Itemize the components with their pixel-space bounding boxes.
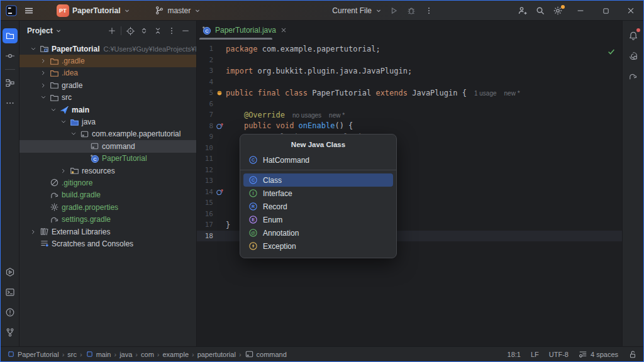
tree-item-settings-gradle[interactable]: settings.gradle bbox=[19, 213, 196, 225]
tree-item-command[interactable]: command bbox=[19, 140, 196, 152]
tree-toggle-icon[interactable] bbox=[48, 106, 58, 114]
more-run-options-button[interactable] bbox=[420, 2, 438, 19]
tool-services-button[interactable] bbox=[3, 265, 18, 280]
override-gutter-icon[interactable] bbox=[216, 188, 224, 196]
debug-button[interactable] bbox=[402, 2, 420, 19]
project-panel-title[interactable]: Project bbox=[27, 26, 53, 35]
new-java-class-popup: New Java Class CHatCommand CClass IInter… bbox=[240, 134, 397, 258]
tree-toggle-icon[interactable] bbox=[58, 167, 69, 175]
tree-toggle-icon[interactable] bbox=[38, 82, 48, 89]
unlock-icon[interactable] bbox=[628, 350, 637, 359]
caret-position-widget[interactable]: 18:1 bbox=[508, 351, 521, 358]
tool-gradle-button[interactable] bbox=[625, 68, 641, 84]
vcs-branch-button[interactable]: master bbox=[152, 2, 204, 19]
tree-item--gitignore[interactable]: .gitignore bbox=[19, 177, 196, 189]
code-line-5: 5 public final class PaperTutorial exten… bbox=[197, 87, 623, 99]
tree-item-papertutorial[interactable]: PaperTutorialC:¥Users¥Guy¥IdeaProjects¥P… bbox=[19, 43, 196, 55]
tree-toggle-icon[interactable] bbox=[69, 130, 79, 138]
tree-toggle-icon[interactable] bbox=[38, 57, 48, 65]
breadcrumb-src[interactable]: src bbox=[67, 351, 77, 358]
tool-structure-button[interactable] bbox=[3, 75, 18, 90]
tree-toggle-icon[interactable] bbox=[38, 94, 48, 101]
popup-item-exception[interactable]: Exception bbox=[243, 239, 393, 253]
tool-problems-button[interactable] bbox=[3, 305, 18, 320]
breadcrumb-papertutorial[interactable]: papertutorial bbox=[197, 351, 236, 358]
tree-item-main[interactable]: main bbox=[19, 104, 196, 116]
tool-notifications-button[interactable] bbox=[625, 28, 641, 44]
encoding-widget[interactable]: UTF-8 bbox=[549, 351, 569, 358]
tool-git-button[interactable] bbox=[3, 325, 18, 340]
line-separator-widget[interactable]: LF bbox=[531, 351, 539, 358]
popup-item-class[interactable]: CClass bbox=[243, 173, 393, 187]
settings-button[interactable] bbox=[549, 2, 567, 19]
tree-item-com-example-papertutorial[interactable]: com.example.papertutorial bbox=[19, 128, 196, 140]
close-button[interactable] bbox=[618, 1, 643, 21]
run-configuration-selector[interactable]: Current File bbox=[330, 2, 385, 19]
tree-item-scratches-and-consoles[interactable]: Scratches and Consoles bbox=[19, 238, 196, 250]
code-with-me-button[interactable] bbox=[514, 2, 531, 19]
locate-file-button[interactable] bbox=[123, 24, 137, 38]
tree-item-java[interactable]: java bbox=[19, 116, 196, 128]
window-controls bbox=[568, 1, 643, 21]
tab-close-icon[interactable] bbox=[280, 26, 287, 34]
add-user-icon bbox=[518, 6, 528, 16]
tree-item-src[interactable]: src bbox=[19, 92, 196, 104]
tree-item-resources[interactable]: resources bbox=[19, 165, 196, 177]
project-widget-button[interactable]: PT PaperTutorial bbox=[54, 2, 133, 19]
popup-item-enum[interactable]: EEnum bbox=[243, 213, 393, 226]
breadcrumb-java[interactable]: java bbox=[119, 351, 132, 358]
right-tool-strip bbox=[622, 21, 643, 348]
debug-icon bbox=[406, 6, 416, 16]
plugin-gutter-icon[interactable] bbox=[216, 89, 223, 97]
suggestion-label: HatCommand bbox=[263, 156, 309, 165]
code-line-1: 1 package com.example.papertutorial; bbox=[197, 43, 623, 55]
maximize-button[interactable] bbox=[593, 1, 618, 21]
expand-all-button[interactable] bbox=[137, 24, 151, 38]
status-bar-widgets: 18:1 LF UTF-8 4 spaces bbox=[508, 350, 637, 359]
tool-terminal-button[interactable] bbox=[3, 285, 18, 300]
breadcrumb-papertutorial[interactable]: PaperTutorial bbox=[7, 350, 59, 358]
tree-toggle-icon[interactable] bbox=[38, 69, 48, 77]
editor-tab[interactable]: C PaperTutorial.java bbox=[197, 21, 294, 40]
tool-ai-assistant-button[interactable] bbox=[625, 48, 641, 64]
breadcrumb-label: PaperTutorial bbox=[18, 351, 59, 358]
tree-item-gradle[interactable]: gradle bbox=[19, 79, 196, 91]
breadcrumb-command[interactable]: command bbox=[245, 349, 287, 359]
tree-toggle-icon[interactable] bbox=[28, 45, 38, 53]
popup-item-interface[interactable]: IInterface bbox=[243, 187, 393, 200]
tool-commit-button[interactable] bbox=[3, 48, 18, 63]
minimize-button[interactable] bbox=[568, 1, 593, 21]
breadcrumb-com[interactable]: com bbox=[141, 351, 154, 358]
collapse-all-button[interactable] bbox=[151, 24, 165, 38]
panel-options-button[interactable] bbox=[165, 24, 179, 38]
tool-more-button[interactable] bbox=[3, 96, 18, 111]
project-icon bbox=[38, 44, 50, 53]
breadcrumb-separator-icon: › bbox=[62, 351, 65, 358]
code-line-2: 2 bbox=[197, 55, 623, 66]
popup-item-annotation[interactable]: @Annotation bbox=[243, 226, 393, 239]
folder-excl-icon bbox=[48, 57, 60, 66]
override-gutter-icon[interactable] bbox=[216, 122, 224, 130]
popup-item-record[interactable]: RRecord bbox=[243, 200, 393, 213]
main-menu-button[interactable] bbox=[20, 2, 38, 19]
run-button[interactable] bbox=[385, 2, 402, 19]
tree-item--idea[interactable]: .idea bbox=[19, 67, 196, 79]
left-tool-strip bbox=[1, 21, 19, 348]
locate-icon bbox=[126, 26, 135, 36]
new-item-button[interactable] bbox=[105, 24, 119, 38]
tree-toggle-icon[interactable] bbox=[58, 118, 69, 126]
tree-item-papertutorial[interactable]: C PaperTutorial bbox=[19, 153, 196, 165]
tree-item-build-gradle[interactable]: build.gradle bbox=[19, 189, 196, 201]
search-everywhere-button[interactable] bbox=[531, 2, 549, 19]
breadcrumb-example[interactable]: example bbox=[162, 351, 189, 358]
indent-widget[interactable]: 4 spaces bbox=[579, 350, 618, 359]
tool-project-button[interactable] bbox=[3, 28, 18, 43]
hide-panel-button[interactable] bbox=[179, 24, 192, 38]
tree-item--gradle[interactable]: .gradle bbox=[19, 55, 196, 67]
popup-suggestion-hatcommand[interactable]: CHatCommand bbox=[243, 153, 393, 167]
tree-item-gradle-properties[interactable]: gradle.properties bbox=[19, 201, 196, 213]
breadcrumb-main[interactable]: main bbox=[86, 350, 111, 358]
tree-item-external-libraries[interactable]: External Libraries bbox=[19, 226, 196, 238]
tree-toggle-icon[interactable] bbox=[28, 228, 38, 236]
services-icon bbox=[5, 267, 15, 277]
